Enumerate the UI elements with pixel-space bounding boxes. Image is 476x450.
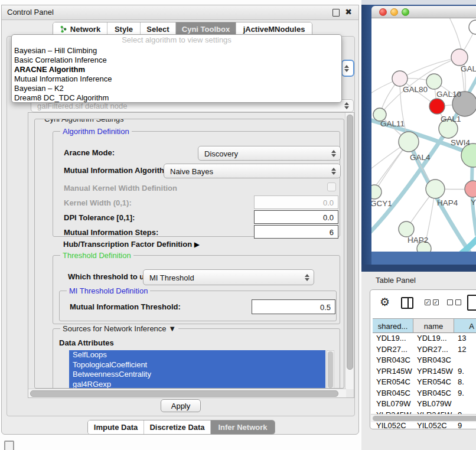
network-node[interactable] — [465, 181, 476, 197]
bottom-tab-discretize-data[interactable]: Discretize Data — [144, 420, 211, 434]
kernel-width-field[interactable]: 0.0 — [254, 195, 338, 209]
network-node[interactable] — [426, 74, 442, 89]
table-cell[interactable]: YPR145W — [373, 366, 413, 377]
table-cell[interactable]: YER054C — [413, 377, 454, 388]
network-node[interactable] — [426, 180, 445, 198]
mi-threshold-field[interactable]: 0.5 — [252, 299, 335, 314]
table-cell[interactable]: YBR045C — [373, 388, 413, 399]
minimize-window-icon[interactable] — [390, 8, 398, 16]
apply-button[interactable]: Apply — [161, 399, 201, 412]
attributes-list-scrollbar[interactable] — [327, 350, 334, 389]
table-cell[interactable]: 9. — [454, 366, 476, 377]
network-node[interactable] — [429, 99, 445, 114]
checkbox-checked-icon[interactable]: ✓ — [433, 299, 439, 305]
which-threshold-combobox[interactable]: MI Threshold — [143, 269, 314, 285]
close-window-icon[interactable] — [379, 8, 387, 16]
columns-icon[interactable] — [401, 297, 413, 309]
vertical-scroll-thumb[interactable] — [347, 115, 353, 370]
settings-vertical-scrollbar[interactable] — [345, 113, 354, 389]
attribute-list-item[interactable]: TopologicalCoefficient — [69, 360, 325, 370]
dpi-tolerance-field[interactable]: 0.0 — [254, 210, 338, 224]
table-horizontal-scrollbar[interactable] — [371, 414, 476, 422]
mi-steps-field[interactable]: 6 — [254, 225, 338, 239]
table-cell[interactable]: YDL19... — [413, 333, 454, 344]
table-cell[interactable]: 12 — [454, 344, 476, 356]
float-window-icon[interactable] — [332, 9, 340, 17]
network-node[interactable] — [469, 20, 476, 34]
gear-icon[interactable]: ⚙ — [380, 295, 390, 309]
network-node[interactable] — [371, 185, 382, 199]
mi-threshold-group: MI Threshold Definition Mutual Informati… — [59, 291, 337, 321]
bottom-tab-infer-network[interactable]: Infer Network — [211, 420, 275, 434]
table-cell[interactable]: YPR145W — [413, 366, 454, 377]
expand-right-icon: ▶ — [194, 240, 200, 249]
threshold-definition-group: Threshold Definition Which threshold to … — [53, 255, 340, 324]
control-panel-titlebar: Control Panel ✖ — [2, 5, 358, 20]
aracne-mode-combobox[interactable]: Discovery — [198, 146, 341, 161]
attribute-list-item[interactable]: SelfLoops — [69, 350, 325, 360]
node-label: GAL — [461, 64, 476, 73]
sources-group-title[interactable]: Sources for Network Inference ▼ — [60, 324, 178, 333]
aracne-mode-label: Aracne Mode: — [64, 148, 115, 157]
data-attributes-list[interactable]: SelfLoopsTopologicalCoefficientBetweenne… — [69, 350, 325, 389]
dropdown-item[interactable]: Basic Correlation Inference — [14, 56, 339, 65]
settings-horizontal-scrollbar[interactable] — [28, 389, 346, 397]
hub-definition-toggle[interactable]: Hub/Transcription Factor Definition ▶ — [63, 240, 200, 249]
dropdown-item[interactable]: Bayesian – K2 — [14, 84, 339, 93]
dropdown-item[interactable]: Mutual Information Inference — [14, 74, 339, 84]
table-cell[interactable]: YER054C — [373, 377, 413, 388]
attribute-list-item[interactable]: BetweennessCentrality — [69, 370, 325, 380]
table-cell[interactable]: YBL079W — [373, 399, 413, 410]
dpi-tolerance-label: DPI Tolerance [0,1]: — [64, 213, 135, 222]
dropdown-item[interactable]: ARACNE Algorithm — [14, 65, 339, 74]
table-cell[interactable]: YDL19... — [373, 333, 413, 344]
checkbox-unchecked-icon[interactable] — [455, 299, 461, 305]
cyni-group-title: Cyni Algorithm Settings — [42, 119, 126, 123]
checkbox-checked-icon[interactable]: ✓ — [425, 299, 431, 305]
network-window-bottom-border — [371, 252, 476, 265]
network-node[interactable] — [451, 49, 468, 66]
dropdown-item-list: Bayesian – Hill ClimbingBasic Correlatio… — [14, 46, 339, 103]
zoom-window-icon[interactable] — [402, 8, 409, 16]
dropdown-item[interactable]: Dream8 DC_TDC Algorithm — [14, 93, 339, 103]
table-cell[interactable]: 8. — [454, 377, 476, 388]
table-cell[interactable]: YDR27... — [373, 344, 413, 356]
table-cell[interactable]: 13 — [454, 333, 476, 344]
column-header[interactable]: shared... — [373, 318, 413, 333]
page-icon[interactable] — [467, 295, 476, 311]
combo-stepper-icon — [331, 150, 336, 157]
network-node[interactable] — [399, 132, 419, 152]
attribute-list-item[interactable]: gal4RGexp — [69, 380, 325, 389]
table-cell[interactable]: YDR27... — [413, 344, 454, 356]
network-graph[interactable]: GALGAL80GAL10GAL1GAL11SWI4GAL4GCY1HAP4YH… — [371, 18, 476, 252]
mi-steps-label: Mutual Information Steps: — [64, 228, 158, 237]
table-cell[interactable]: YBR043C — [413, 355, 454, 366]
network-node[interactable] — [392, 71, 407, 86]
table-cell[interactable] — [454, 399, 476, 410]
table-cell[interactable]: YBL079W — [413, 399, 454, 410]
kernel-width-label: Kernel Width (0,1): — [64, 198, 132, 207]
close-panel-icon[interactable]: ✖ — [345, 7, 352, 17]
manual-kernel-checkbox[interactable] — [327, 182, 336, 191]
column-header[interactable]: name — [413, 318, 454, 333]
algorithm-combobox[interactable] — [341, 60, 354, 77]
table-scroll-thumb[interactable] — [373, 416, 476, 421]
table-cell[interactable]: YBR043C — [373, 355, 413, 366]
table-cell[interactable] — [454, 355, 476, 366]
mi-type-combobox[interactable]: Naive Bayes — [164, 164, 341, 178]
bottom-left-panel-icon[interactable] — [4, 441, 14, 450]
column-header[interactable]: A — [454, 318, 476, 333]
checkbox-unchecked-icon[interactable] — [447, 299, 453, 305]
settings-scrollpane: Cyni Algorithm Settings Algorithm Defini… — [28, 112, 354, 398]
control-panel-title: Control Panel — [7, 8, 54, 17]
dropdown-placeholder: Select algorithm to view settings — [12, 35, 341, 44]
network-window-titlebar[interactable] — [371, 6, 476, 18]
dropdown-item[interactable]: Bayesian – Hill Climbing — [14, 46, 339, 56]
table-cell[interactable]: 9. — [454, 388, 476, 399]
table-cell[interactable]: YBR045C — [413, 388, 454, 399]
network-canvas[interactable]: GALGAL80GAL10GAL1GAL11SWI4GAL4GCY1HAP4YH… — [371, 18, 476, 252]
network-node[interactable] — [461, 144, 476, 167]
network-node[interactable] — [399, 221, 414, 237]
horizontal-scroll-thumb[interactable] — [30, 390, 338, 397]
bottom-tab-impute-data[interactable]: Impute Data — [88, 420, 144, 434]
